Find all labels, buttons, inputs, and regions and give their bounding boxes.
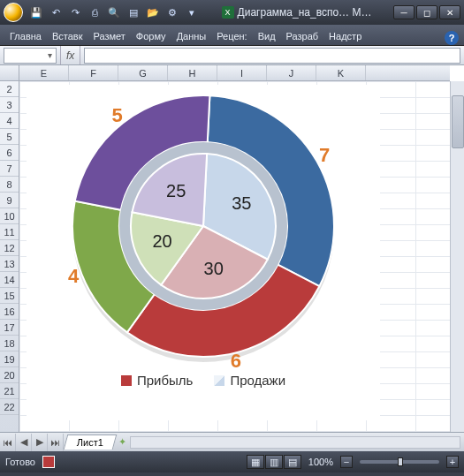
svg-text:35: 35 (232, 193, 251, 213)
sheet-nav-first-icon[interactable]: ⏮ (0, 434, 16, 451)
view-pagebreak-icon[interactable]: ▤ (284, 455, 301, 469)
row-header[interactable]: 5 (0, 129, 19, 145)
view-layout-icon[interactable]: ▥ (265, 455, 283, 469)
sheet-nav-next-icon[interactable]: ▶ (32, 434, 48, 451)
name-box-dropdown-icon[interactable]: ▾ (48, 50, 52, 60)
select-all-corner[interactable] (0, 65, 19, 81)
legend-label: Прибыль (137, 373, 193, 388)
sheet-nav-prev-icon[interactable]: ◀ (16, 434, 32, 451)
qat-quick-icon[interactable]: ⚙ (164, 4, 180, 20)
office-button[interactable] (4, 3, 23, 22)
sheet-tab-active[interactable]: Лист1 (64, 434, 118, 450)
svg-text:5: 5 (112, 104, 123, 126)
title-bar: 💾 ↶ ↷ ⎙ 🔍 ▤ 📂 ⚙ ▾ X Диаграмма_на_вспо… M… (0, 0, 464, 25)
close-button[interactable]: ✕ (439, 5, 460, 19)
col-header[interactable]: H (168, 65, 217, 80)
zoom-slider[interactable] (360, 460, 439, 464)
row-header[interactable]: 13 (0, 256, 19, 272)
svg-text:4: 4 (68, 265, 80, 287)
tab-review[interactable]: Рецен: (212, 27, 251, 45)
svg-text:6: 6 (231, 350, 241, 367)
insert-sheet-icon[interactable]: ✦ (118, 436, 126, 448)
row-header[interactable]: 16 (0, 304, 19, 320)
chart-object[interactable]: 764535302025 Прибыль Продажи (27, 85, 380, 420)
row-header[interactable]: 12 (0, 240, 19, 256)
quick-access-toolbar: 💾 ↶ ↷ ⎙ 🔍 ▤ 📂 ⚙ ▾ (28, 4, 200, 20)
row-header[interactable]: 4 (0, 113, 19, 129)
row-header[interactable]: 9 (0, 193, 19, 208)
col-header[interactable]: G (118, 65, 168, 80)
col-header[interactable]: K (316, 65, 366, 80)
zoom-out-button[interactable]: − (340, 456, 353, 468)
svg-text:20: 20 (152, 231, 171, 251)
tab-data[interactable]: Данны (172, 27, 211, 45)
fx-label[interactable]: fx (60, 46, 80, 64)
qat-open-icon[interactable]: 📂 (145, 4, 161, 20)
status-ready: Готово (5, 457, 35, 467)
svg-text:30: 30 (204, 259, 224, 278)
zoom-level[interactable]: 100% (308, 457, 333, 467)
row-header[interactable]: 21 (0, 383, 19, 399)
view-normal-icon[interactable]: ▦ (247, 455, 264, 469)
sheet-nav: ⏮ ◀ ▶ ⏭ (0, 434, 64, 451)
horizontal-scrollbar[interactable] (130, 436, 460, 449)
tab-view[interactable]: Вид (254, 27, 280, 45)
row-header[interactable]: 22 (0, 399, 19, 415)
legend-item-sales: Продажи (214, 373, 285, 388)
tab-developer[interactable]: Разраб (282, 27, 323, 45)
help-button[interactable]: ? (445, 31, 459, 45)
legend-swatch-sales (214, 375, 224, 386)
col-header[interactable]: E (19, 65, 69, 80)
row-header[interactable]: 17 (0, 320, 19, 336)
ribbon-tabs: Главна Вставк Размет Форму Данны Рецен: … (0, 25, 464, 46)
zoom-knob[interactable] (398, 457, 403, 466)
minimize-button[interactable]: ─ (393, 5, 415, 19)
row-header[interactable]: 2 (0, 81, 19, 97)
maximize-button[interactable]: ◻ (416, 5, 437, 19)
row-header[interactable]: 15 (0, 288, 19, 304)
col-header[interactable]: I (217, 65, 267, 80)
window-controls: ─ ◻ ✕ (393, 5, 460, 19)
row-header[interactable]: 10 (0, 208, 19, 224)
sheet-tab-label: Лист1 (77, 437, 103, 448)
sheet-tab-bar: ⏮ ◀ ▶ ⏭ Лист1 ✦ (0, 432, 464, 451)
col-header[interactable]: J (267, 65, 316, 80)
row-header[interactable]: 3 (0, 97, 19, 113)
qat-preview-icon[interactable]: 🔍 (106, 4, 122, 20)
tab-addins[interactable]: Надстр (324, 27, 366, 45)
status-bar: Готово ▦ ▥ ▤ 100% − + (0, 451, 464, 472)
col-header[interactable]: F (69, 65, 118, 80)
row-header[interactable]: 7 (0, 161, 19, 177)
qat-undo-icon[interactable]: ↶ (48, 4, 64, 20)
qat-print-icon[interactable]: ⎙ (87, 4, 103, 20)
worksheet[interactable]: E F G H I J K 23456789101112131415161718… (0, 65, 464, 432)
svg-text:7: 7 (319, 144, 330, 166)
row-header[interactable]: 14 (0, 272, 19, 288)
row-header[interactable]: 6 (0, 145, 19, 161)
zoom-in-button[interactable]: + (446, 456, 459, 468)
name-box[interactable]: ▾ (4, 48, 57, 64)
qat-new-icon[interactable]: ▤ (126, 4, 141, 20)
scroll-thumb[interactable] (452, 95, 464, 148)
qat-save-icon[interactable]: 💾 (28, 4, 44, 20)
tab-formulas[interactable]: Форму (132, 27, 171, 45)
row-header[interactable]: 18 (0, 336, 19, 351)
row-headers: 2345678910111213141516171819202122 (0, 81, 19, 432)
vertical-scrollbar[interactable] (450, 81, 464, 432)
doughnut-chart: 764535302025 (44, 85, 362, 367)
macro-record-icon[interactable] (42, 456, 55, 468)
sheet-nav-last-icon[interactable]: ⏭ (48, 434, 64, 451)
row-header[interactable]: 11 (0, 224, 19, 240)
tab-home[interactable]: Главна (5, 27, 46, 45)
qat-redo-icon[interactable]: ↷ (67, 4, 83, 20)
row-header[interactable]: 20 (0, 367, 19, 383)
row-header[interactable]: 8 (0, 177, 19, 193)
tab-layout[interactable]: Размет (88, 27, 129, 45)
row-header[interactable]: 19 (0, 351, 19, 367)
formula-input[interactable] (84, 48, 460, 64)
chart-legend: Прибыль Продажи (27, 373, 380, 388)
tab-insert[interactable]: Вставк (48, 27, 87, 45)
legend-label: Продажи (230, 373, 285, 388)
qat-dropdown-icon[interactable]: ▾ (184, 4, 200, 20)
excel-file-icon: X (222, 6, 234, 19)
